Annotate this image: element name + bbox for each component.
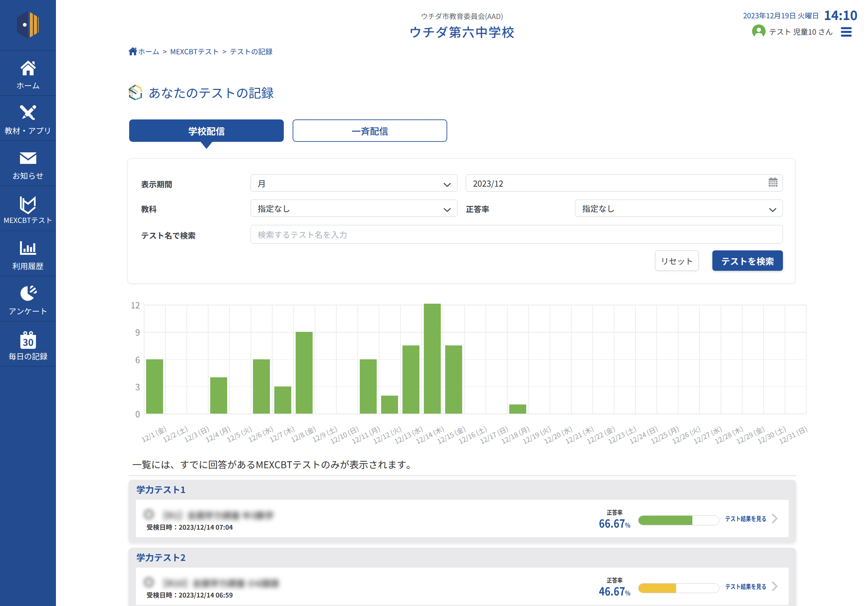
svg-text:30: 30 xyxy=(23,335,34,348)
